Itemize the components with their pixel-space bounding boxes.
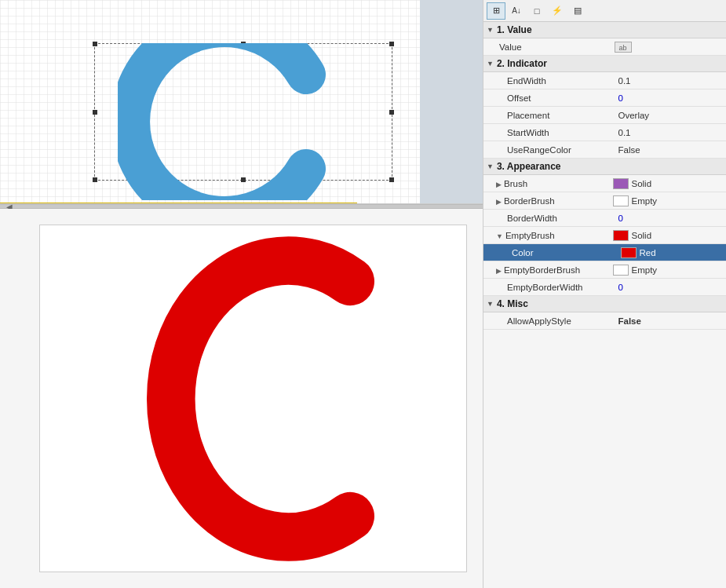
grid-view-icon[interactable]: ▤	[568, 2, 587, 20]
prop-name-color: Color	[483, 247, 618, 259]
prop-row-color[interactable]: Color Red	[483, 244, 726, 261]
prop-row-allowapplystyle: AllowApplyStyle False	[483, 312, 726, 330]
prop-row-value: Value ab	[483, 38, 726, 56]
handle-top-right[interactable]	[389, 42, 394, 46]
prop-expand-emptybrush[interactable]: ▼EmptyBrush	[483, 229, 610, 242]
handle-mid-right[interactable]	[389, 110, 394, 115]
prop-row-offset: Offset 0	[483, 89, 726, 107]
section-appearance-title: 3. Appearance	[497, 161, 561, 172]
bottom-canvas	[0, 209, 483, 588]
collapse-indicator-icon: ▼	[487, 60, 494, 68]
prop-row-borderbrush: ▶BorderBrush Empty	[483, 192, 726, 210]
section-value-header[interactable]: ▼ 1. Value	[483, 22, 726, 38]
section-value-title: 1. Value	[497, 24, 532, 35]
prop-value-emptyborderbrush: Empty	[610, 263, 727, 277]
expand-borderbrush-icon: ▶	[496, 198, 502, 206]
bottom-canvas-inner	[39, 225, 467, 572]
emptyborderbrush-swatch	[613, 265, 629, 276]
prop-value-placement: Overlay	[615, 109, 727, 122]
handle-mid-left[interactable]	[93, 110, 97, 115]
prop-value-emptyborderwidth: 0	[615, 281, 727, 294]
collapse-value-icon: ▼	[487, 26, 494, 34]
red-c-container	[40, 225, 466, 572]
prop-toolbar: ⊞ A↓ □ ⚡ ▤	[483, 0, 726, 22]
prop-row-emptybrush: ▼EmptyBrush Solid	[483, 227, 726, 244]
expand-emptybrush-icon: ▼	[496, 232, 503, 240]
value-field-icon: ab	[615, 42, 632, 53]
prop-value-brush: Solid	[610, 177, 727, 191]
section-indicator-title: 2. Indicator	[497, 58, 547, 69]
prop-list: ▼ 1. Value Value ab ▼ 2. Indicator EndWi…	[483, 22, 726, 588]
collapse-appearance-icon: ▼	[487, 163, 494, 170]
prop-value-emptybrush: Solid	[610, 228, 727, 243]
prop-row-borderwidth: BorderWidth 0	[483, 210, 726, 227]
prop-name-value: Value	[483, 41, 611, 53]
canvas-grid-area	[0, 0, 420, 203]
section-misc-header[interactable]: ▼ 4. Misc	[483, 296, 726, 312]
prop-row-emptyborderbrush: ▶EmptyBorderBrush Empty	[483, 261, 726, 279]
borderbrush-swatch	[613, 195, 629, 206]
prop-row-brush: ▶Brush Solid	[483, 175, 726, 192]
handle-bot-right[interactable]	[389, 177, 394, 182]
brush-swatch	[613, 178, 629, 189]
handle-top-left[interactable]	[93, 42, 97, 46]
prop-value-borderbrush: Empty	[610, 194, 727, 208]
collapse-misc-icon: ▼	[487, 300, 494, 308]
prop-name-startwidth: StartWidth	[483, 126, 615, 139]
filter-icon[interactable]: □	[527, 2, 546, 20]
prop-row-placement: Placement Overlay	[483, 107, 726, 124]
prop-name-placement: Placement	[483, 109, 615, 122]
prop-name-userangecolor: UseRangeColor	[483, 144, 615, 156]
section-indicator-header[interactable]: ▼ 2. Indicator	[483, 56, 726, 72]
prop-row-endwidth: EndWidth 0.1	[483, 72, 726, 89]
lightning-icon[interactable]: ⚡	[548, 2, 567, 20]
prop-value-allowapplystyle: False	[615, 315, 727, 327]
color-swatch	[621, 247, 637, 258]
prop-value-value: ab	[611, 40, 727, 54]
prop-value-startwidth: 0.1	[615, 126, 727, 139]
canvas-right-side	[420, 0, 483, 203]
prop-name-allowapplystyle: AllowApplyStyle	[483, 315, 615, 327]
expand-brush-icon: ▶	[496, 181, 502, 188]
prop-row-startwidth: StartWidth 0.1	[483, 124, 726, 141]
prop-name-offset: Offset	[483, 92, 615, 104]
prop-value-endwidth: 0.1	[615, 75, 727, 87]
prop-value-borderwidth: 0	[615, 212, 727, 225]
right-panel: ⊞ A↓ □ ⚡ ▤ ▼ 1. Value Value ab ▼ 2. Indi…	[483, 0, 726, 588]
az-sort-icon[interactable]: A↓	[507, 2, 526, 20]
prop-expand-emptyborderbrush[interactable]: ▶EmptyBorderBrush	[483, 264, 610, 276]
prop-name-borderwidth: BorderWidth	[483, 212, 615, 225]
main-container: ◀ ⊞ A↓ □ ⚡ ▤ ▼	[0, 0, 726, 588]
prop-value-offset: 0	[615, 92, 727, 104]
handle-bot-left[interactable]	[93, 177, 97, 182]
expand-emptyborderbrush-icon: ▶	[496, 267, 502, 275]
prop-expand-borderbrush[interactable]: ▶BorderBrush	[483, 195, 610, 207]
section-appearance-header[interactable]: ▼ 3. Appearance	[483, 159, 726, 175]
prop-value-userangecolor: False	[615, 144, 727, 156]
blue-c-shape	[118, 43, 337, 200]
prop-name-endwidth: EndWidth	[483, 75, 615, 87]
left-panel: ◀	[0, 0, 483, 588]
prop-expand-brush[interactable]: ▶Brush	[483, 177, 610, 190]
prop-name-emptyborderwidth: EmptyBorderWidth	[483, 281, 615, 294]
yellow-line	[0, 203, 357, 203]
emptybrush-swatch	[613, 230, 629, 241]
top-canvas	[0, 0, 483, 204]
sort-icon[interactable]: ⊞	[487, 2, 505, 20]
prop-value-color: Red	[618, 246, 727, 260]
prop-row-userangecolor: UseRangeColor False	[483, 141, 726, 159]
prop-row-emptyborderwidth: EmptyBorderWidth 0	[483, 279, 726, 296]
section-misc-title: 4. Misc	[497, 298, 528, 309]
